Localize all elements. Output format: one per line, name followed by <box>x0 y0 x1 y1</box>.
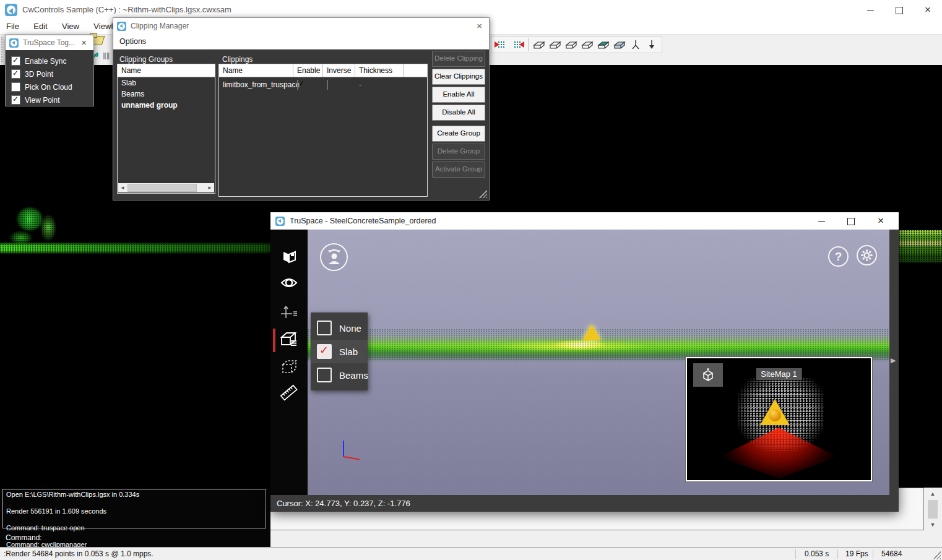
groups-horizontal-scrollbar[interactable]: ◄ ► <box>118 183 214 192</box>
activate-group-button[interactable]: Activate Group <box>432 162 485 178</box>
menu-file[interactable]: File <box>0 20 25 33</box>
menu-edit[interactable]: Edit <box>27 20 53 33</box>
thickness-value: - <box>355 80 404 89</box>
clipping-groups-list[interactable]: Name Slab Beams unnamed group ◄ ► <box>117 64 215 194</box>
scroll-left-icon[interactable]: ◄ <box>118 183 127 192</box>
enable-checkbox[interactable] <box>297 80 298 90</box>
slab-checkbox[interactable] <box>317 344 332 359</box>
settings-gear-icon[interactable] <box>857 245 877 265</box>
enable-sync-checkbox[interactable] <box>11 56 20 66</box>
limit-box-icon[interactable] <box>270 355 308 379</box>
clip-option-slab[interactable]: Slab <box>311 340 368 363</box>
clip-option-none[interactable]: None <box>311 316 368 340</box>
groups-column-header[interactable]: Name <box>118 64 215 77</box>
slab-box-icon-1[interactable] <box>532 38 547 51</box>
minimize-button[interactable] <box>856 0 884 20</box>
group-list-item[interactable]: Slab <box>118 77 215 88</box>
clipping-manager-titlebar[interactable]: Clipping Manager × <box>113 18 489 34</box>
expander-arrow-icon[interactable]: ▶ <box>891 356 896 364</box>
import-cloud-icon[interactable] <box>494 38 509 51</box>
tog-dialog-titlebar[interactable]: TruSpace Tog... × <box>6 35 93 50</box>
clip-cube-icon[interactable] <box>270 327 308 352</box>
slab-box-icon-2[interactable] <box>548 38 563 51</box>
axis-z-indicator <box>343 441 344 457</box>
point-cloud-band <box>0 242 270 254</box>
export-cloud-icon[interactable] <box>510 38 525 51</box>
clear-clippings-button[interactable]: Clear Clippings <box>432 69 485 85</box>
3d-point-checkbox[interactable] <box>11 69 20 79</box>
disable-all-button[interactable]: Disable All <box>432 105 485 121</box>
cursor-coordinates: Cursor: X: 24.773, Y: 0.237, Z: -1.776 <box>277 499 410 508</box>
axis-tool-icon[interactable] <box>270 299 308 324</box>
none-checkbox[interactable] <box>317 321 332 335</box>
console-line: Open E:\LGS\Rithm-withClips.lgsx in 0.33… <box>6 491 262 499</box>
command-prompt-label[interactable]: Command: <box>6 533 42 542</box>
help-icon[interactable]: ? <box>828 246 849 267</box>
close-button[interactable]: × <box>914 0 942 20</box>
panorama-icon[interactable] <box>270 244 308 269</box>
close-icon[interactable]: × <box>78 35 90 50</box>
column-header-enable[interactable]: Enable <box>293 64 323 77</box>
menu-options[interactable]: Options <box>113 37 152 46</box>
menu-view[interactable]: View <box>56 20 85 33</box>
scanner-position-marker[interactable] <box>760 399 790 425</box>
pick-on-cloud-checkbox[interactable] <box>11 82 20 92</box>
maximize-button[interactable] <box>839 212 863 230</box>
cube-view-icon[interactable] <box>693 363 723 387</box>
clip-option-beams[interactable]: Beams <box>311 363 368 387</box>
delete-clipping-button[interactable]: Delete Clipping <box>432 51 485 67</box>
dialog-resize-grip[interactable] <box>479 190 487 198</box>
sitemap-overlay[interactable]: SiteMap 1 <box>686 357 872 481</box>
create-group-button[interactable]: Create Group <box>432 126 485 142</box>
clipping-manager-dialog: Clipping Manager × Options Clipping Grou… <box>113 17 490 200</box>
clipping-toolbar <box>491 36 662 53</box>
enable-all-button[interactable]: Enable All <box>432 87 485 103</box>
delete-group-button[interactable]: Delete Group <box>432 144 485 160</box>
column-header-name[interactable]: Name <box>219 64 293 77</box>
clipping-row[interactable]: limitbox_from_truspace - <box>219 77 427 92</box>
scroll-thumb[interactable] <box>127 184 197 192</box>
truspace-titlebar[interactable]: TruSpace - SteelConcreteSample_ordered × <box>270 212 899 230</box>
toggle-label: Pick On Cloud <box>25 83 72 92</box>
console-line: Command: truspace open <box>6 524 262 533</box>
scroll-down-icon[interactable]: ▼ <box>927 520 938 530</box>
resize-grip[interactable] <box>933 551 941 559</box>
scroll-right-icon[interactable]: ► <box>205 183 214 192</box>
group-list-item-active[interactable]: unnamed group <box>118 100 215 111</box>
eye-icon[interactable] <box>270 270 308 295</box>
avatar-rotate-icon[interactable] <box>320 243 348 271</box>
console-output-box[interactable]: Open E:\LGS\Rithm-withClips.lgsx in 0.33… <box>2 489 266 528</box>
slab-box-icon-5[interactable] <box>596 38 611 51</box>
close-button[interactable]: × <box>868 212 893 230</box>
pick-icon[interactable] <box>628 38 643 51</box>
close-icon[interactable]: × <box>473 18 485 34</box>
scroll-thumb[interactable] <box>928 500 938 519</box>
clippings-table[interactable]: Name Enable Inverse Thickness limitbox_f… <box>218 64 428 197</box>
console-scrollbar[interactable]: ▲ ▼ <box>927 489 938 536</box>
app-icon <box>275 217 285 226</box>
toggle-pick-on-cloud[interactable]: Pick On Cloud <box>11 82 88 92</box>
maximize-button[interactable] <box>885 0 914 20</box>
console-output-area: Open E:\LGS\Rithm-withClips.lgsx in 0.33… <box>0 488 270 547</box>
measure-bars-icon[interactable]: ‖‖ <box>103 51 110 61</box>
beams-checkbox[interactable] <box>317 368 332 382</box>
group-list-item[interactable]: Beams <box>118 88 215 100</box>
slab-box-icon-3[interactable] <box>564 38 579 51</box>
toggle-enable-sync[interactable]: Enable Sync <box>11 56 88 66</box>
ruler-icon[interactable] <box>270 381 308 405</box>
view-point-checkbox[interactable] <box>11 95 20 105</box>
point-cloud-sliver <box>899 230 942 266</box>
drop-down-icon[interactable] <box>644 38 659 51</box>
scroll-up-icon[interactable]: ▲ <box>927 489 938 499</box>
scan-position-marker[interactable] <box>582 324 601 340</box>
column-header-thickness[interactable]: Thickness <box>355 64 404 77</box>
toggle-view-point[interactable]: View Point <box>11 95 88 105</box>
axis-x-indicator <box>344 456 360 460</box>
column-header-inverse[interactable]: Inverse <box>323 64 355 77</box>
toggle-3d-point[interactable]: 3D Point <box>11 69 88 79</box>
minimize-button[interactable] <box>809 212 834 230</box>
truspace-viewport[interactable]: ? None Slab Beams <box>308 230 889 495</box>
slab-box-icon-4[interactable] <box>580 38 595 51</box>
slab-box-icon-6[interactable] <box>612 38 627 51</box>
inverse-checkbox[interactable] <box>327 80 328 90</box>
